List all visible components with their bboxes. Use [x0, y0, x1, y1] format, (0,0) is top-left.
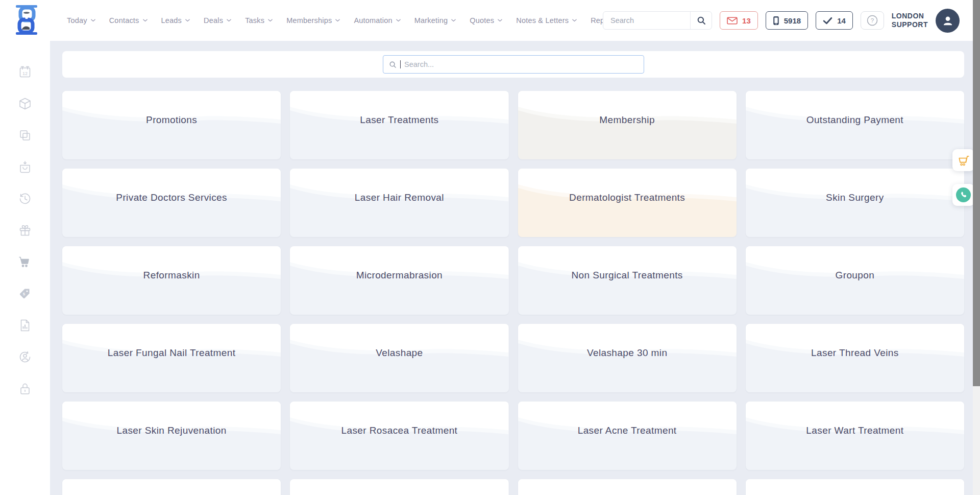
- chevron-down-icon: [396, 19, 401, 22]
- nav-item-label: Tasks: [245, 16, 264, 25]
- nav-item-marketing[interactable]: Marketing: [414, 16, 456, 25]
- question-circle-icon: ?: [866, 14, 878, 27]
- category-search-input[interactable]: Search...: [383, 55, 644, 74]
- category-search-placeholder: Search...: [404, 60, 434, 68]
- nav-item-label: Contacts: [109, 16, 139, 25]
- chevron-down-icon: [572, 19, 577, 22]
- category-card[interactable]: [290, 479, 508, 495]
- category-card-laser-skin-rejuvenation[interactable]: Laser Skin Rejuvenation: [62, 402, 281, 470]
- account-sync-icon: [18, 350, 32, 364]
- category-card-laser-treatments[interactable]: Laser Treatments: [290, 91, 508, 159]
- category-card-laser-fungal-nail-treatment[interactable]: Laser Fungal Nail Treatment: [62, 324, 281, 392]
- nav-item-label: Leads: [161, 16, 182, 25]
- category-card-velashape[interactable]: Velashape: [290, 324, 508, 392]
- page-scrollbar: [973, 0, 980, 495]
- global-search-input[interactable]: Search: [603, 11, 712, 30]
- category-card-label: Velashape 30 min: [523, 347, 731, 359]
- phone-count: 5918: [784, 16, 801, 25]
- sidebar-item-package[interactable]: [18, 97, 32, 110]
- nav-item-today[interactable]: Today: [67, 16, 95, 25]
- category-card[interactable]: [746, 479, 964, 495]
- category-card-label: Laser Hair Removal: [295, 192, 503, 203]
- category-card-microdermabrasion[interactable]: Microdermabrasion: [290, 246, 508, 315]
- category-card-label: Promotions: [67, 114, 276, 126]
- search-icon[interactable]: [690, 11, 712, 30]
- sidebar-item-history[interactable]: [18, 192, 32, 205]
- nav-item-notes-letters[interactable]: Notes & Letters: [516, 16, 577, 25]
- nav-item-memberships[interactable]: Memberships: [286, 16, 340, 25]
- category-card-label: Laser Rosacea Treatment: [295, 425, 503, 436]
- text-caret: [400, 60, 401, 68]
- help-button[interactable]: ?: [861, 11, 884, 30]
- chevron-down-icon: [335, 19, 340, 22]
- category-card-label: Outstanding Payment: [751, 114, 959, 126]
- basket-button[interactable]: [952, 149, 974, 171]
- nav-item-label: Deals: [204, 16, 223, 25]
- category-card-label: Non Surgical Treatments: [523, 270, 731, 281]
- category-card-membership[interactable]: Membership: [518, 91, 737, 159]
- category-card-label: Laser Fungal Nail Treatment: [67, 347, 276, 359]
- chevron-down-icon: [91, 19, 95, 22]
- sidebar-item-gift[interactable]: [18, 224, 32, 237]
- svg-text:?: ?: [871, 17, 874, 23]
- main-nav: TodayContactsLeadsDealsTasksMembershipsA…: [67, 0, 655, 41]
- nav-item-leads[interactable]: Leads: [161, 16, 190, 25]
- category-card-private-doctors-services[interactable]: Private Doctors Services: [62, 169, 281, 237]
- whatsapp-phone-icon: [956, 187, 971, 202]
- category-card-promotions[interactable]: Promotions: [62, 91, 281, 159]
- category-card-skin-surgery[interactable]: Skin Surgery: [746, 169, 964, 237]
- category-card-label: Laser Treatments: [295, 114, 503, 126]
- sidebar-item-report-chart[interactable]: [18, 319, 32, 332]
- category-card-laser-rosacea-treatment[interactable]: Laser Rosacea Treatment: [290, 402, 508, 470]
- category-card[interactable]: [518, 479, 737, 495]
- category-card-label: Laser Thread Veins: [751, 347, 959, 359]
- chevron-down-icon: [227, 19, 231, 22]
- sidebar-item-bag-receive[interactable]: [18, 160, 32, 174]
- call-button[interactable]: [952, 184, 974, 206]
- global-search-placeholder: Search: [603, 16, 690, 25]
- nav-item-quotes[interactable]: Quotes: [470, 16, 502, 25]
- nav-item-label: Today: [67, 16, 87, 25]
- tasks-badge[interactable]: 14: [816, 11, 853, 30]
- mail-badge[interactable]: 13: [720, 11, 758, 30]
- category-card-label: Dermatologist Treatments: [523, 192, 731, 203]
- category-card-dermatologist-treatments[interactable]: Dermatologist Treatments: [518, 169, 737, 237]
- scrollbar-thumb[interactable]: [973, 0, 980, 386]
- nav-item-label: Notes & Letters: [516, 16, 569, 25]
- user-name: LONDON SUPPORT: [892, 12, 928, 29]
- category-card-velashape-30-min[interactable]: Velashape 30 min: [518, 324, 737, 392]
- person-icon: [941, 14, 954, 27]
- history-icon: [18, 192, 32, 205]
- category-card-laser-wart-treatment[interactable]: Laser Wart Treatment: [746, 402, 964, 470]
- sidebar-item-lock[interactable]: [18, 382, 32, 395]
- lock-icon: [18, 382, 32, 395]
- category-card-reformaskin[interactable]: Reformaskin: [62, 246, 281, 315]
- phone-badge[interactable]: 5918: [766, 11, 808, 30]
- chevron-down-icon: [451, 19, 456, 22]
- category-card-laser-thread-veins[interactable]: Laser Thread Veins: [746, 324, 964, 392]
- sidebar-item-account-sync[interactable]: [18, 350, 32, 364]
- category-card[interactable]: [62, 479, 281, 495]
- category-card-outstanding-payment[interactable]: Outstanding Payment: [746, 91, 964, 159]
- sidebar-item-calendar-12[interactable]: 12: [18, 65, 32, 79]
- sidebar-item-cart[interactable]: [18, 255, 32, 269]
- nav-item-contacts[interactable]: Contacts: [109, 16, 148, 25]
- card-wave-decoration: [62, 479, 281, 495]
- category-card-laser-hair-removal[interactable]: Laser Hair Removal: [290, 169, 508, 237]
- nav-item-label: Quotes: [470, 16, 494, 25]
- copy-icon: [18, 129, 32, 142]
- avatar[interactable]: [936, 9, 960, 33]
- app-header: TodayContactsLeadsDealsTasksMembershipsA…: [0, 0, 980, 41]
- nav-item-deals[interactable]: Deals: [204, 16, 231, 25]
- category-card-non-surgical-treatments[interactable]: Non Surgical Treatments: [518, 246, 737, 315]
- nav-item-tasks[interactable]: Tasks: [245, 16, 273, 25]
- category-card-laser-acne-treatment[interactable]: Laser Acne Treatment: [518, 402, 737, 470]
- nav-item-automation[interactable]: Automation: [354, 16, 400, 25]
- sidebar-item-copy[interactable]: [18, 129, 32, 142]
- package-icon: [18, 97, 32, 110]
- app-logo[interactable]: [14, 4, 39, 36]
- category-card-label: Laser Acne Treatment: [523, 425, 731, 436]
- sidebar-item-price-tag[interactable]: $: [18, 287, 32, 300]
- category-card-groupon[interactable]: Groupon: [746, 246, 964, 315]
- category-grid: PromotionsLaser TreatmentsMembershipOuts…: [62, 91, 964, 495]
